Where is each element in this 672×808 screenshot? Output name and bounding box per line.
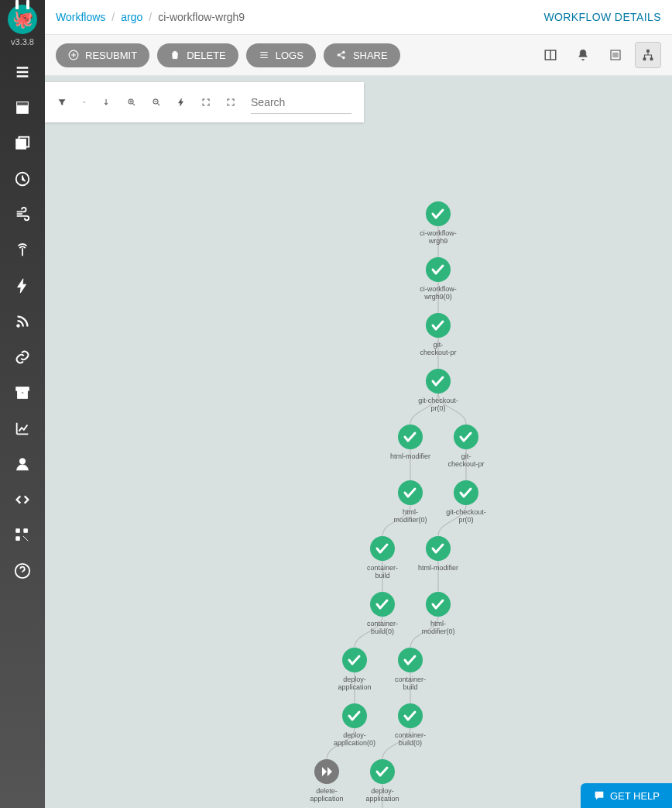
share-button[interactable]: SHARE [324, 43, 400, 67]
nav-bolt-icon[interactable] [0, 268, 45, 304]
graph-canvas[interactable]: ci-workflow-wrgh9ci-workflow-wrgh9(0)git… [45, 76, 672, 808]
node-label: ci-workflow- [420, 229, 457, 237]
nav-chart-icon[interactable] [0, 411, 45, 446]
resubmit-button[interactable]: RESUBMIT [56, 43, 149, 67]
nav-user-icon[interactable] [0, 446, 45, 482]
node-label: ci-workflow- [420, 285, 457, 293]
node-label: build [375, 572, 389, 579]
node-label: container- [395, 731, 426, 739]
list-icon [609, 48, 622, 62]
node-label: deploy- [343, 731, 366, 739]
antenna-icon [14, 242, 31, 259]
workflow-node[interactable]: container-build [367, 536, 398, 579]
nav-archive-icon[interactable] [0, 375, 45, 411]
workflow-node[interactable]: git-checkout-pr [420, 313, 456, 356]
get-help-label: GET HELP [610, 790, 660, 802]
nav-plugin-icon[interactable] [0, 517, 45, 553]
workflow-node[interactable]: html-modifier [418, 536, 458, 572]
node-label: git-checkout- [418, 397, 458, 404]
workflow-node[interactable]: ci-workflow-wrgh9 [420, 201, 457, 245]
argo-logo: 🐙 [8, 5, 37, 34]
svg-rect-6 [16, 387, 29, 391]
action-toolbar: RESUBMIT DELETE LOGS SHARE [45, 34, 672, 76]
node-label: deploy- [371, 787, 394, 795]
workflow-node[interactable]: git-checkout-pr(0) [418, 369, 458, 412]
node-label: application [338, 683, 371, 691]
svg-rect-8 [21, 392, 24, 394]
sidebar: 🐙 v3.3.8 [0, 0, 45, 808]
node-label: wrgh9(0) [423, 293, 452, 301]
node-label: git- [434, 341, 444, 349]
chat-icon [593, 789, 605, 802]
node-label: application [365, 795, 399, 803]
workflow-node[interactable]: html-modifier [390, 425, 430, 460]
share-icon [336, 50, 347, 60]
timeline-button[interactable] [602, 42, 629, 68]
resubmit-label: RESUBMIT [85, 50, 137, 61]
workflow-node[interactable]: container-build(0) [367, 592, 398, 635]
code-icon [14, 491, 31, 508]
workflow-details-link[interactable]: WORKFLOW DETAILS [543, 11, 661, 23]
crumb-workflow-name: ci-workflow-wrgh9 [158, 11, 245, 23]
main: Workflows / argo / ci-workflow-wrgh9 WOR… [45, 0, 672, 808]
node-label: html- [403, 508, 418, 516]
crumb-sep: / [149, 11, 152, 23]
nav-help-icon[interactable] [0, 553, 45, 589]
version-label: v3.3.8 [11, 37, 34, 46]
nav-cron-icon[interactable] [0, 161, 45, 197]
nav-menu-icon[interactable] [0, 54, 45, 90]
nav-code-icon[interactable] [0, 482, 45, 517]
bell-icon [576, 48, 590, 62]
graph-view-button[interactable] [635, 42, 661, 68]
link-icon [14, 349, 31, 366]
node-label: build [403, 683, 417, 691]
workflow-node[interactable]: container-build(0) [395, 703, 426, 747]
node-label: html- [430, 620, 446, 627]
workflow-node[interactable]: ci-workflow-wrgh9(0) [420, 257, 457, 301]
events-button[interactable] [570, 42, 596, 68]
node-label: pr(0) [458, 516, 473, 524]
workflow-node[interactable]: delete-application [310, 759, 343, 803]
svg-rect-19 [650, 58, 653, 60]
trash-icon [170, 50, 180, 60]
cron-icon [14, 170, 31, 187]
workflow-node[interactable]: html-modifier(0) [393, 480, 427, 524]
node-label: container- [395, 676, 426, 683]
delete-button[interactable]: DELETE [157, 43, 238, 67]
workflow-node[interactable]: git-checkout-pr(0) [446, 480, 486, 524]
workflow-node[interactable]: deploy-application(0) [334, 703, 375, 747]
nav-link-icon[interactable] [0, 339, 45, 375]
sitemap-icon [641, 48, 655, 62]
workflow-node[interactable]: container-build [395, 648, 426, 691]
share-label: SHARE [353, 50, 388, 61]
nav-templates2-icon[interactable] [0, 125, 45, 161]
workflow-node[interactable]: html-modifier(0) [421, 592, 454, 635]
workflow-node[interactable]: deploy-application [365, 759, 399, 803]
crumb-namespace[interactable]: argo [121, 11, 142, 23]
node-label: container- [367, 564, 398, 572]
nav-templates-icon[interactable] [0, 90, 45, 125]
summary-panel-button[interactable] [537, 42, 564, 68]
get-help-button[interactable]: GET HELP [581, 783, 672, 808]
bolt-icon [14, 277, 31, 294]
svg-point-9 [19, 459, 25, 464]
node-label: wrgh9 [428, 237, 448, 245]
help-icon [14, 562, 31, 579]
node-label: build(0) [371, 627, 394, 635]
nav-wind-icon[interactable] [0, 197, 45, 232]
node-label: modifier(0) [393, 516, 427, 524]
templates-icon [14, 99, 31, 116]
workflow-node[interactable]: git-checkout-pr [447, 425, 484, 468]
node-label: pr(0) [430, 404, 445, 412]
crumb-workflows[interactable]: Workflows [56, 11, 105, 23]
node-label: git- [461, 452, 471, 460]
nav-rss-icon[interactable] [0, 304, 45, 339]
workflow-graph[interactable]: ci-workflow-wrgh9ci-workflow-wrgh9(0)git… [45, 76, 672, 808]
logs-button[interactable]: LOGS [246, 43, 316, 67]
node-label: container- [367, 620, 398, 627]
nav-antenna-icon[interactable] [0, 232, 45, 268]
node-label: html-modifier [418, 564, 458, 572]
workflow-node[interactable]: deploy-application [338, 648, 371, 691]
bars-icon [259, 50, 269, 60]
svg-rect-1 [17, 102, 29, 106]
